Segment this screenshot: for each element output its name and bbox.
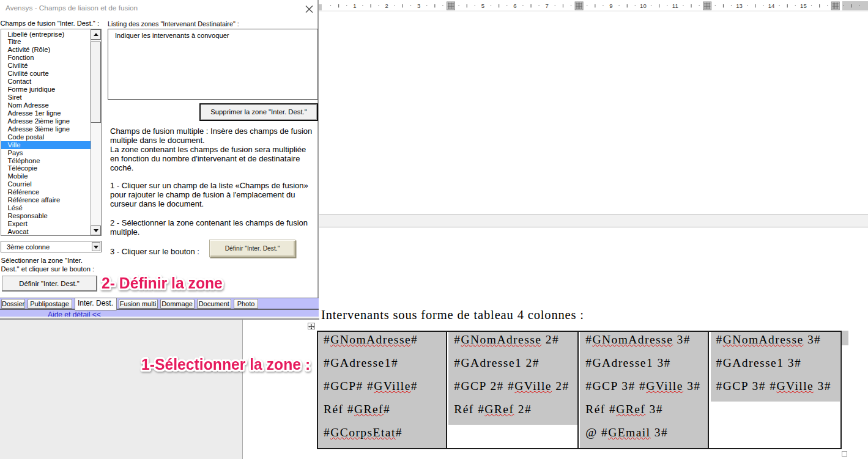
svg-text:1: 1	[353, 2, 356, 9]
svg-text:13: 13	[736, 2, 743, 9]
svg-text:15: 15	[800, 2, 807, 9]
svg-text:5: 5	[481, 2, 484, 9]
svg-text:14: 14	[768, 2, 775, 9]
svg-text:3: 3	[417, 2, 420, 9]
svg-text:11: 11	[672, 2, 678, 9]
svg-text:9: 9	[609, 2, 612, 9]
svg-text:6: 6	[513, 2, 516, 9]
svg-text:10: 10	[640, 2, 647, 9]
svg-text:7: 7	[546, 2, 549, 9]
svg-text:2: 2	[385, 2, 388, 9]
